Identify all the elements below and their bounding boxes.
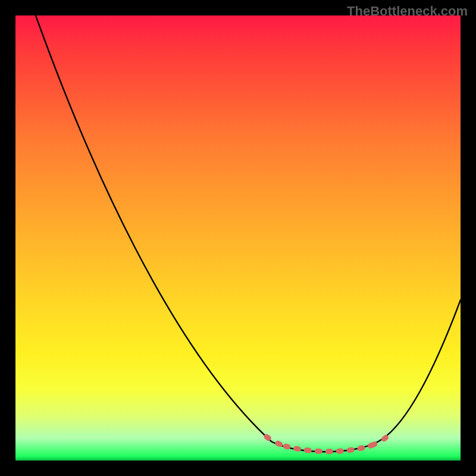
optimal-range-highlight-flat	[286, 445, 372, 452]
watermark-text: TheBottleneck.com	[347, 4, 468, 19]
optimal-range-highlight-left	[267, 437, 286, 446]
chart-svg	[15, 15, 461, 461]
plot-area	[15, 15, 461, 461]
chart-container: TheBottleneck.com	[0, 0, 476, 476]
optimal-range-highlight-right	[372, 436, 388, 445]
bottleneck-curve	[36, 15, 461, 452]
